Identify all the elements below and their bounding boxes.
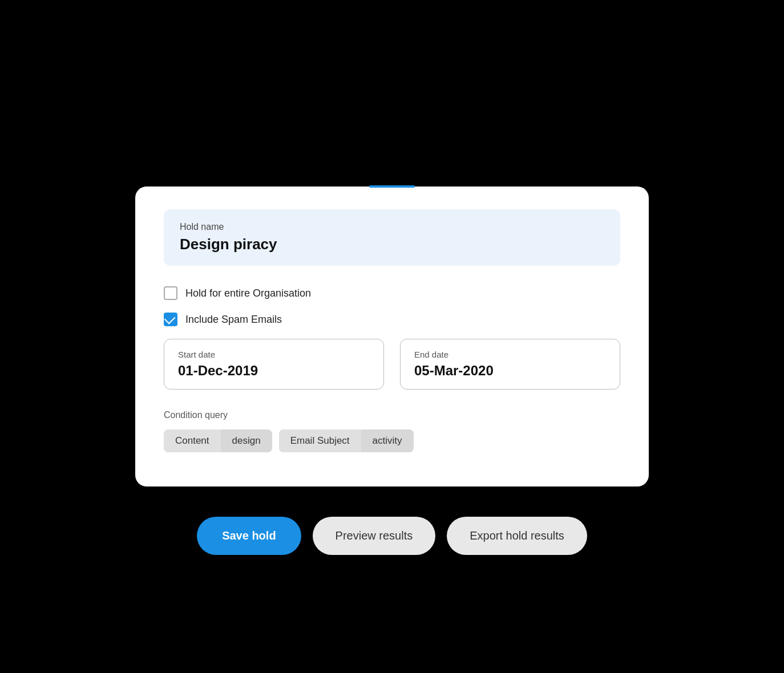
content-tag-type: Content — [164, 429, 221, 452]
condition-tags: Content design Email Subject activity — [164, 429, 620, 452]
subject-tag-type: Email Subject — [279, 429, 361, 452]
org-checkbox[interactable] — [164, 286, 177, 300]
hold-name-label: Hold name — [180, 222, 604, 232]
date-row: Start date 01-Dec-2019 End date 05-Mar-2… — [164, 339, 620, 390]
end-date-label: End date — [414, 350, 606, 359]
condition-query-label: Condition query — [164, 410, 620, 420]
subject-tag-value: activity — [361, 429, 414, 452]
spam-checkbox-label: Include Spam Emails — [185, 314, 282, 326]
hold-name-value: Design piracy — [180, 236, 604, 253]
start-date-label: Start date — [178, 350, 370, 359]
content-tag-group: Content design — [164, 429, 272, 452]
org-checkbox-row: Hold for entire Organisation — [164, 286, 620, 300]
end-date-box[interactable]: End date 05-Mar-2020 — [400, 339, 620, 390]
tab-indicator — [369, 185, 415, 188]
subject-tag-group: Email Subject activity — [279, 429, 414, 452]
end-date-value: 05-Mar-2020 — [414, 363, 606, 379]
content-tag-value: design — [221, 429, 272, 452]
org-checkbox-label: Hold for entire Organisation — [185, 287, 311, 299]
condition-section: Condition query Content design Email Sub… — [164, 410, 620, 452]
spam-checkbox-row: Include Spam Emails — [164, 313, 620, 326]
start-date-value: 01-Dec-2019 — [178, 363, 370, 379]
export-hold-results-button[interactable]: Export hold results — [447, 517, 587, 555]
bottom-bar: Save hold Preview results Export hold re… — [135, 517, 649, 555]
hold-name-section: Hold name Design piracy — [164, 209, 620, 266]
start-date-box[interactable]: Start date 01-Dec-2019 — [164, 339, 384, 390]
save-hold-button[interactable]: Save hold — [197, 517, 301, 555]
modal-panel: Hold name Design piracy Hold for entire … — [135, 187, 649, 486]
preview-results-button[interactable]: Preview results — [313, 517, 436, 555]
spam-checkbox[interactable] — [164, 313, 177, 326]
